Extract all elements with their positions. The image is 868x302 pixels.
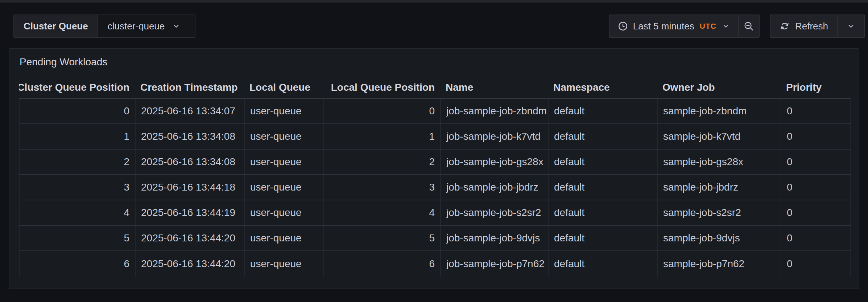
- table-cell: user-queue: [244, 150, 323, 174]
- table-cell: 5: [323, 226, 440, 250]
- table-cell: 0: [781, 251, 851, 277]
- table-row: 52025-06-16 13:44:20user-queue5job-sampl…: [19, 226, 851, 251]
- table-cell: 0: [781, 226, 851, 250]
- table-cell: 6: [323, 251, 440, 277]
- table-row: 62025-06-16 13:44:20user-queue6job-sampl…: [19, 251, 851, 277]
- table-cell: 0: [323, 99, 440, 123]
- table-cell: 0: [781, 150, 851, 174]
- table-cell: job-sample-job-zbndm: [440, 99, 548, 123]
- table-cell: default: [548, 200, 657, 225]
- table-cell: 0: [781, 124, 851, 149]
- table-cell: 5: [19, 226, 135, 250]
- table-row: 12025-06-16 13:34:08user-queue1job-sampl…: [19, 124, 851, 150]
- column-header-creation-timestamp[interactable]: Creation Timestamp: [135, 77, 244, 98]
- table-cell: job-sample-job-gs28x: [440, 150, 548, 174]
- dashboard-toolbar: Cluster Queue cluster-queue Last 5 minut…: [0, 15, 868, 38]
- table-cell: 2: [323, 150, 440, 174]
- table-cell: user-queue: [244, 200, 323, 225]
- table-cell: 0: [781, 200, 851, 225]
- window-top-edge: [0, 0, 868, 3]
- column-header-cluster-queue-position[interactable]: Cluster Queue Position: [19, 77, 135, 98]
- variable-value-text: cluster-queue: [108, 21, 165, 32]
- table-cell: sample-job-9dvjs: [657, 226, 781, 250]
- time-picker-button[interactable]: Last 5 minutes UTC: [609, 15, 738, 37]
- chevron-down-icon: [171, 21, 181, 31]
- table-cell: user-queue: [244, 124, 323, 149]
- panel-title: Pending Workloads: [20, 56, 859, 68]
- table-cell: 2025-06-16 13:34:08: [135, 150, 244, 174]
- variable-label: Cluster Queue: [14, 15, 98, 37]
- table-cell: job-sample-job-k7vtd: [440, 124, 548, 149]
- table-cell: 0: [781, 175, 851, 200]
- column-header-local-queue-position[interactable]: Local Queue Position: [323, 77, 440, 98]
- table-cell: 1: [19, 124, 135, 149]
- clock-icon: [617, 21, 628, 32]
- table-cell: 2025-06-16 13:44:19: [135, 200, 244, 225]
- table-cell: default: [548, 124, 657, 149]
- table-cell: 4: [323, 200, 440, 225]
- table-cell: default: [548, 251, 657, 277]
- table-cell: 2025-06-16 13:44:18: [135, 175, 244, 200]
- table-cell: 1: [323, 124, 440, 149]
- table-header-row: Cluster Queue PositionCreation Timestamp…: [19, 77, 851, 99]
- toolbar-right-controls: Last 5 minutes UTC Refresh: [609, 15, 865, 38]
- table-cell: sample-job-zbndm: [657, 99, 781, 123]
- pending-workloads-table: Cluster Queue PositionCreation Timestamp…: [19, 77, 851, 277]
- table-cell: sample-job-k7vtd: [657, 124, 781, 149]
- pending-workloads-panel: Pending Workloads Cluster Queue Position…: [9, 48, 859, 289]
- table-cell: default: [548, 226, 657, 250]
- table-cell: job-sample-job-9dvjs: [440, 226, 548, 250]
- column-header-name[interactable]: Name: [440, 77, 548, 98]
- table-cell: user-queue: [244, 175, 323, 200]
- time-controls-group: Last 5 minutes UTC: [609, 15, 760, 38]
- table-row: 22025-06-16 13:34:08user-queue2job-sampl…: [19, 150, 851, 175]
- column-header-owner-job[interactable]: Owner Job: [657, 77, 781, 98]
- table-row: 42025-06-16 13:44:19user-queue4job-sampl…: [19, 200, 851, 226]
- table-cell: default: [548, 175, 657, 200]
- refresh-controls-group: Refresh: [770, 15, 865, 38]
- column-header-local-queue[interactable]: Local Queue: [244, 77, 323, 98]
- table-cell: user-queue: [244, 99, 323, 123]
- table-cell: 2025-06-16 13:34:08: [135, 124, 244, 149]
- table-cell: 0: [781, 99, 851, 123]
- table-cell: 3: [323, 175, 440, 200]
- table-row: 32025-06-16 13:44:18user-queue3job-sampl…: [19, 175, 851, 200]
- table-cell: user-queue: [244, 226, 323, 250]
- table-cell: 3: [19, 175, 135, 200]
- table-cell: 2025-06-16 13:34:07: [135, 99, 244, 123]
- table-cell: sample-job-jbdrz: [657, 175, 781, 200]
- table-cell: job-sample-job-p7n62: [440, 251, 548, 277]
- zoom-out-icon: [743, 21, 754, 32]
- time-range-label: Last 5 minutes: [633, 21, 694, 32]
- refresh-icon: [779, 21, 790, 32]
- table-cell: 4: [19, 200, 135, 225]
- table-cell: job-sample-job-s2sr2: [440, 200, 548, 225]
- table-cell: sample-job-s2sr2: [657, 200, 781, 225]
- table-cell: 2025-06-16 13:44:20: [135, 251, 244, 277]
- column-header-namespace[interactable]: Namespace: [548, 77, 657, 98]
- variable-picker: Cluster Queue cluster-queue: [13, 15, 195, 38]
- table-cell: default: [548, 99, 657, 123]
- table-cell: 0: [19, 99, 135, 123]
- table-cell: 2: [19, 150, 135, 174]
- refresh-dropdown-button[interactable]: [837, 15, 864, 37]
- refresh-button[interactable]: Refresh: [770, 15, 837, 37]
- variable-value-dropdown[interactable]: cluster-queue: [98, 15, 195, 37]
- table-cell: user-queue: [244, 251, 323, 277]
- table-cell: sample-job-p7n62: [657, 251, 781, 277]
- timezone-badge: UTC: [700, 22, 716, 30]
- column-header-priority[interactable]: Priority: [781, 77, 851, 98]
- chevron-down-icon: [846, 21, 856, 31]
- table-row: 02025-06-16 13:34:07user-queue0job-sampl…: [19, 99, 851, 124]
- table-cell: 6: [19, 251, 135, 277]
- refresh-label: Refresh: [795, 21, 828, 32]
- zoom-out-button[interactable]: [738, 15, 759, 37]
- table-cell: 2025-06-16 13:44:20: [135, 226, 244, 250]
- table-cell: job-sample-job-jbdrz: [440, 175, 548, 200]
- table-cell: sample-job-gs28x: [657, 150, 781, 174]
- chevron-down-icon: [721, 21, 731, 31]
- table-body: 02025-06-16 13:34:07user-queue0job-sampl…: [19, 99, 851, 277]
- table-cell: default: [548, 150, 657, 174]
